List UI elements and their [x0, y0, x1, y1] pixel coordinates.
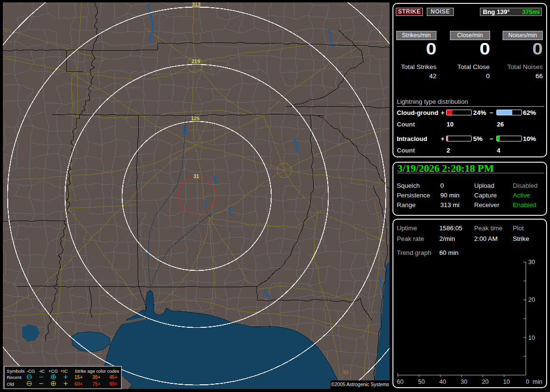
svg-text:15+: 15+	[74, 375, 83, 380]
svg-text:0: 0	[526, 378, 529, 385]
svg-text:45+: 45+	[109, 375, 117, 380]
svg-text:313: 313	[192, 2, 201, 7]
svg-text:Strike age color codes: Strike age color codes	[75, 369, 119, 374]
svg-text:30+: 30+	[92, 375, 101, 380]
svg-text:min: min	[533, 378, 542, 385]
svg-text:40: 40	[439, 378, 446, 385]
svg-text:-IC: -IC	[39, 368, 45, 374]
svg-text:30: 30	[461, 378, 467, 385]
svg-text:+CG: +CG	[48, 368, 58, 374]
svg-text:50: 50	[418, 378, 425, 385]
svg-text:10: 10	[528, 335, 535, 341]
svg-text:20: 20	[482, 378, 489, 385]
svg-text:Recent: Recent	[7, 375, 22, 380]
svg-text:125: 125	[191, 115, 200, 121]
svg-text:31: 31	[193, 173, 199, 179]
svg-text:60: 60	[397, 378, 404, 385]
svg-text:+IC: +IC	[60, 368, 68, 374]
svg-text:Symbols: Symbols	[7, 368, 25, 374]
svg-text:Old: Old	[7, 381, 14, 387]
svg-text:10: 10	[503, 378, 510, 385]
svg-text:60+: 60+	[74, 381, 83, 387]
svg-text:219: 219	[191, 58, 200, 64]
svg-text:-CG: -CG	[27, 368, 35, 374]
svg-text:90+: 90+	[109, 381, 117, 387]
svg-text:20: 20	[528, 296, 535, 303]
svg-text:30: 30	[528, 259, 535, 266]
svg-text:75+: 75+	[92, 381, 101, 387]
